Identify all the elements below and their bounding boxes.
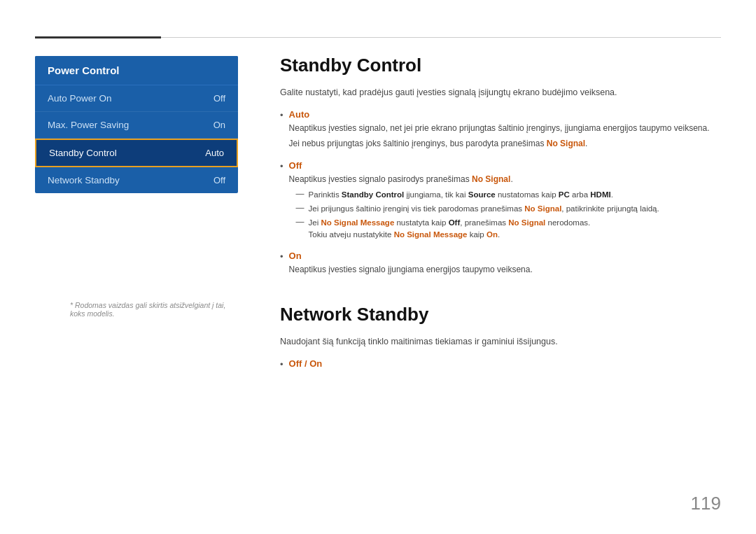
menu-item-value: Auto bbox=[205, 148, 224, 158]
top-line-light bbox=[161, 37, 721, 38]
bullet-off-header: • Off Neaptikus įvesties signalo pasirod… bbox=[280, 160, 721, 244]
menu-title: Power Control bbox=[35, 56, 238, 85]
dash-icon: ― bbox=[296, 217, 304, 227]
dash-icon: ― bbox=[296, 203, 304, 213]
standby-control-title: Standby Control bbox=[280, 55, 721, 76]
subnote-1-text: Parinktis Standby Control įjungiama, tik… bbox=[309, 189, 613, 201]
bullet-auto-text1: Neaptikus įvesties signalo, net jei prie… bbox=[289, 122, 710, 135]
subnote-2: ― Jei prijungus šaltinio įrenginį vis ti… bbox=[289, 203, 659, 215]
menu-item-standby-control[interactable]: Standby Control Auto bbox=[35, 139, 238, 167]
standby-control-desc: Galite nustatyti, kad pradėjus gauti įve… bbox=[280, 86, 721, 99]
subnote-2-text: Jei prijungus šaltinio įrenginį vis tiek… bbox=[309, 203, 659, 215]
bullet-dot: • bbox=[280, 110, 284, 120]
bullet-auto-header: • Auto Neaptikus įvesties signalo, net j… bbox=[280, 109, 721, 153]
page-number: 119 bbox=[691, 493, 721, 514]
bullet-dot: • bbox=[280, 359, 284, 370]
menu-item-value: Off bbox=[214, 93, 225, 104]
menu-item-max-power-saving[interactable]: Max. Power Saving On bbox=[35, 112, 238, 139]
dash-icon: ― bbox=[296, 189, 304, 199]
power-control-menu: Power Control Auto Power On Off Max. Pow… bbox=[35, 56, 238, 193]
bullet-on: • On Neaptikus įvesties signalo įjungiam… bbox=[280, 251, 721, 279]
footnote: * Rodomas vaizdas gali skirtis atsižvelg… bbox=[70, 301, 238, 318]
bullet-auto: • Auto Neaptikus įvesties signalo, net j… bbox=[280, 109, 721, 153]
menu-item-value: On bbox=[214, 120, 225, 130]
network-standby-title: Network Standby bbox=[280, 304, 721, 325]
bullet-on-header: • On Neaptikus įvesties signalo įjungiam… bbox=[280, 251, 721, 279]
menu-item-label: Max. Power Saving bbox=[48, 120, 129, 130]
right-content: Standby Control Galite nustatyti, kad pr… bbox=[280, 55, 721, 375]
subnote-1: ― Parinktis Standby Control įjungiama, t… bbox=[289, 189, 659, 201]
subnote-3-text: Jei No Signal Message nustatyta kaip Off… bbox=[309, 217, 591, 241]
bullet-off-text1: Neaptikus įvesties signalo pasirodys pra… bbox=[289, 173, 659, 186]
top-decorative-lines bbox=[35, 36, 721, 38]
top-line-dark bbox=[35, 36, 161, 38]
menu-item-label: Standby Control bbox=[49, 148, 117, 158]
bullet-off-label: Off bbox=[289, 160, 659, 171]
bullet-auto-label: Auto bbox=[289, 109, 710, 120]
network-standby-bullet: • Off / On bbox=[280, 358, 721, 371]
menu-item-network-standby[interactable]: Network Standby Off bbox=[35, 167, 238, 193]
bullet-dot: • bbox=[280, 161, 284, 171]
menu-item-label: Network Standby bbox=[48, 175, 120, 185]
network-standby-desc: Naudojant šią funkciją tinklo maitinimas… bbox=[280, 335, 721, 349]
menu-item-label: Auto Power On bbox=[48, 93, 112, 104]
menu-item-auto-power-on[interactable]: Auto Power On Off bbox=[35, 85, 238, 112]
network-standby-value: Off / On bbox=[289, 358, 323, 369]
bullet-on-label: On bbox=[289, 251, 533, 261]
bullet-dot: • bbox=[280, 251, 284, 262]
standby-control-section: Standby Control Galite nustatyti, kad pr… bbox=[280, 55, 721, 279]
bullet-auto-text2: Jei nebus prijungtas joks šaltinio įreng… bbox=[289, 137, 710, 150]
menu-item-value: Off bbox=[214, 175, 225, 185]
left-panel: Power Control Auto Power On Off Max. Pow… bbox=[35, 56, 238, 193]
bullet-off: • Off Neaptikus įvesties signalo pasirod… bbox=[280, 160, 721, 244]
network-standby-section: Network Standby Naudojant šią funkciją t… bbox=[280, 304, 721, 371]
subnote-3: ― Jei No Signal Message nustatyta kaip O… bbox=[289, 217, 659, 241]
bullet-on-text1: Neaptikus įvesties signalo įjungiama ene… bbox=[289, 263, 533, 276]
